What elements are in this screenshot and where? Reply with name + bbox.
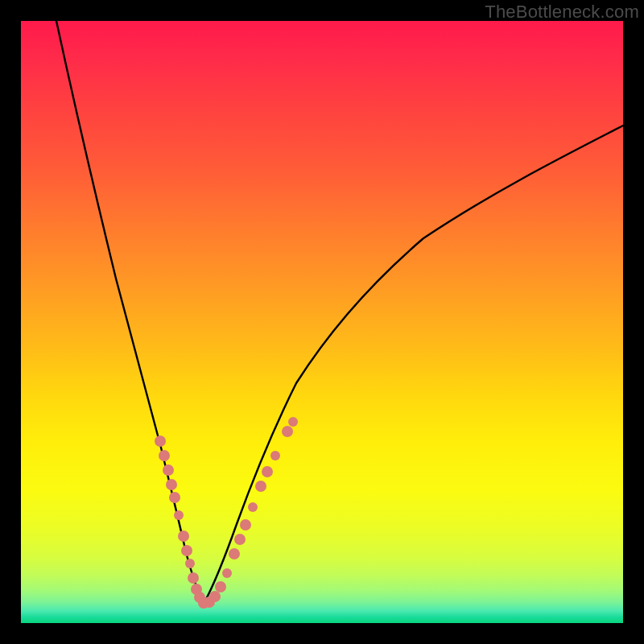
data-marker bbox=[169, 492, 180, 503]
data-marker bbox=[178, 530, 189, 542]
data-marker bbox=[174, 510, 184, 520]
data-marker bbox=[155, 436, 166, 447]
curve-layer bbox=[21, 21, 623, 623]
plot-area bbox=[21, 21, 623, 623]
data-marker bbox=[282, 426, 293, 437]
data-marker bbox=[288, 417, 298, 427]
data-marker bbox=[188, 572, 199, 584]
marker-group bbox=[155, 417, 298, 609]
data-marker bbox=[255, 481, 266, 492]
data-marker bbox=[248, 502, 258, 512]
data-marker bbox=[229, 548, 240, 559]
chart-frame: TheBottleneck.com bbox=[0, 0, 644, 644]
watermark-text: TheBottleneck.com bbox=[485, 2, 639, 23]
data-marker bbox=[222, 568, 232, 578]
data-marker bbox=[234, 534, 246, 545]
data-marker bbox=[209, 591, 221, 602]
data-marker bbox=[262, 466, 273, 477]
data-marker bbox=[185, 559, 195, 568]
data-marker bbox=[240, 519, 251, 530]
data-marker bbox=[163, 464, 174, 476]
data-marker bbox=[181, 545, 192, 556]
data-marker bbox=[159, 450, 170, 461]
data-marker bbox=[270, 451, 280, 460]
data-marker bbox=[166, 479, 177, 490]
right-curve bbox=[204, 126, 623, 604]
data-marker bbox=[215, 581, 226, 592]
